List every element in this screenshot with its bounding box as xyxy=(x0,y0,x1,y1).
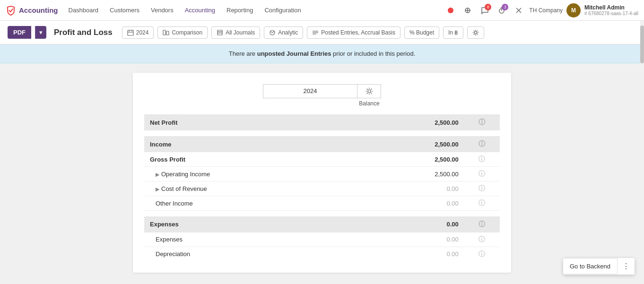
year-value: 2024 xyxy=(304,87,317,95)
nav-reporting[interactable]: Reporting xyxy=(225,6,255,15)
operating-income-label: ▶Operating Income xyxy=(144,167,357,181)
goto-backend-menu-button[interactable]: ⋮ xyxy=(618,258,635,275)
report-settings-icon xyxy=(366,87,373,95)
record-btn[interactable] xyxy=(444,4,457,17)
close-icon xyxy=(515,7,522,14)
expenses-sub-value: 0.00 xyxy=(357,232,464,247)
operating-income-expand[interactable]: ▶ xyxy=(156,172,159,177)
comparison-button[interactable]: Comparison xyxy=(157,26,208,39)
gross-profit-value: 2,500.00 xyxy=(357,152,464,167)
analytic-icon xyxy=(269,29,276,36)
depreciation-info[interactable]: ⓘ xyxy=(464,247,500,261)
income-header: Income 2,500.00 ⓘ xyxy=(144,136,500,152)
report-settings-cell[interactable] xyxy=(357,84,381,98)
expenses-info[interactable]: ⓘ xyxy=(464,216,500,232)
cost-of-revenue-row: ▶Cost of Revenue 0.00 ⓘ xyxy=(144,181,500,196)
bug-btn[interactable] xyxy=(461,4,474,17)
company-info: TH Company xyxy=(529,7,563,14)
top-navigation: Accounting Dashboard Customers Vendors A… xyxy=(0,0,644,21)
analytic-button[interactable]: Analytic xyxy=(264,26,303,39)
goto-backend-button[interactable]: Go to Backend xyxy=(563,259,618,274)
settings-button[interactable] xyxy=(467,26,484,39)
nav-customers[interactable]: Customers xyxy=(108,6,141,15)
avatar: M xyxy=(566,3,581,17)
nav-icons: 8 3 TH Company M Mitchell Admin # 676802… xyxy=(444,3,638,17)
user-name: Mitchell Admin xyxy=(584,4,638,11)
budget-button[interactable]: % Budget xyxy=(404,26,439,39)
expenses-sub-info[interactable]: ⓘ xyxy=(464,232,500,247)
income-info[interactable]: ⓘ xyxy=(464,136,500,152)
year-cell: 2024 xyxy=(263,84,357,98)
user-info: Mitchell Admin # 67680278-saas-17-4-all xyxy=(584,4,638,16)
calendar-icon xyxy=(127,29,134,36)
bug-icon xyxy=(464,7,471,14)
main-content: 2024 Balance Net Profit 2,500.00 ⓘ xyxy=(0,63,644,284)
currency-label: In ฿ xyxy=(448,29,458,36)
operating-income-row: ▶Operating Income 2,500.00 ⓘ xyxy=(144,167,500,181)
other-income-value: 0.00 xyxy=(357,196,464,211)
net-profit-label: Net Profit xyxy=(144,114,357,130)
chat-btn[interactable]: 8 xyxy=(478,4,491,17)
svg-point-23 xyxy=(368,90,371,93)
app-name: Accounting xyxy=(19,6,58,14)
net-profit-info[interactable]: ⓘ xyxy=(464,114,500,130)
report-table: Net Profit 2,500.00 ⓘ Income 2,500.00 ⓘ … xyxy=(144,114,500,261)
svg-rect-15 xyxy=(166,31,169,35)
svg-rect-10 xyxy=(128,30,133,35)
analytic-label: Analytic xyxy=(278,29,298,36)
report-header: 2024 xyxy=(144,84,500,98)
gross-profit-info[interactable]: ⓘ xyxy=(464,152,500,167)
app-logo[interactable]: Accounting xyxy=(6,5,58,16)
goto-backend-bar: Go to Backend ⋮ xyxy=(563,258,635,275)
timer-btn[interactable]: 3 xyxy=(495,4,508,17)
close-btn[interactable] xyxy=(512,4,525,17)
entries-button[interactable]: Posted Entries, Accrual Basis xyxy=(307,26,400,39)
settings-icon xyxy=(472,29,479,36)
journals-label: All Journals xyxy=(226,29,255,36)
svg-point-22 xyxy=(475,31,477,34)
pdf-button[interactable]: PDF xyxy=(8,26,31,39)
scrollbar-thumb[interactable] xyxy=(640,26,644,63)
journals-icon xyxy=(217,29,223,36)
cost-of-revenue-label: ▶Cost of Revenue xyxy=(144,181,357,196)
expenses-sub-label: Expenses xyxy=(144,232,357,247)
year-filter-button[interactable]: 2024 xyxy=(122,26,154,39)
logo-icon xyxy=(6,5,16,16)
nav-configuration[interactable]: Configuration xyxy=(262,6,303,15)
operating-income-info[interactable]: ⓘ xyxy=(464,167,500,181)
scrollbar[interactable] xyxy=(640,21,644,284)
nav-links: Dashboard Customers Vendors Accounting R… xyxy=(67,6,303,15)
comparison-label: Comparison xyxy=(172,29,202,36)
expenses-label: Expenses xyxy=(144,216,357,232)
banner-text-after: prior or included in this period. xyxy=(333,50,415,57)
depreciation-label: Depreciation xyxy=(144,247,357,261)
net-profit-value: 2,500.00 xyxy=(357,114,464,130)
cost-of-revenue-info[interactable]: ⓘ xyxy=(464,181,500,196)
company-name: TH Company xyxy=(529,7,563,14)
entries-icon xyxy=(312,29,319,36)
cost-of-revenue-expand[interactable]: ▶ xyxy=(156,186,159,192)
report-container: 2024 Balance Net Profit 2,500.00 ⓘ xyxy=(133,73,511,273)
income-label: Income xyxy=(144,136,357,152)
banner-text-before: There are xyxy=(229,50,257,57)
operating-income-value: 2,500.00 xyxy=(357,167,464,181)
nav-dashboard[interactable]: Dashboard xyxy=(67,6,101,15)
unposted-entries-banner: There are unposted Journal Entries prior… xyxy=(0,44,644,63)
gross-profit-label: Gross Profit xyxy=(144,152,357,167)
comparison-icon xyxy=(163,29,169,36)
depreciation-row: Depreciation 0.00 ⓘ xyxy=(144,247,500,261)
other-income-info[interactable]: ⓘ xyxy=(464,196,500,211)
svg-rect-14 xyxy=(163,30,165,35)
nav-accounting[interactable]: Accounting xyxy=(183,6,217,15)
journals-button[interactable]: All Journals xyxy=(211,26,260,39)
chat-badge: 8 xyxy=(485,4,491,10)
pdf-dropdown-button[interactable]: ▾ xyxy=(35,26,46,39)
depreciation-value: 0.00 xyxy=(357,247,464,261)
currency-button[interactable]: In ฿ xyxy=(443,26,463,39)
nav-vendors[interactable]: Vendors xyxy=(149,6,175,15)
timer-badge: 3 xyxy=(502,4,508,10)
budget-label: % Budget xyxy=(409,29,434,36)
other-income-row: Other Income 0.00 ⓘ xyxy=(144,196,500,211)
other-income-label: Other Income xyxy=(144,196,357,211)
income-value: 2,500.00 xyxy=(357,136,464,152)
